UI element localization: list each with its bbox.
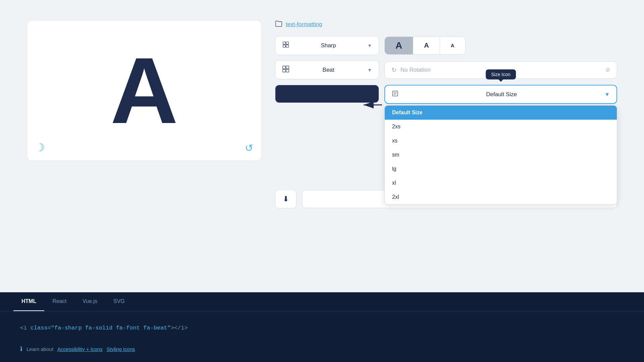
- size-small-button[interactable]: A: [440, 37, 465, 54]
- arrow-pointer: [360, 98, 384, 113]
- svg-rect-3: [286, 45, 288, 47]
- code-content: <i class="fa-sharp fa-solid fa-font fa-b…: [0, 311, 644, 341]
- animation-dropdown-arrow: ▼: [367, 67, 372, 73]
- animation-row: Beat ▼ ↻ No Rotation ⊘: [275, 60, 617, 79]
- size-dropdown-label: Default Size: [402, 91, 600, 98]
- svg-rect-2: [283, 45, 285, 47]
- tab-vuejs[interactable]: Vue.js: [74, 292, 105, 311]
- theme-toggle-icon[interactable]: ☽: [35, 141, 45, 154]
- breadcrumb-link[interactable]: text-formatting: [286, 21, 322, 28]
- style-icon: [282, 41, 289, 50]
- svg-rect-5: [286, 66, 289, 69]
- size-icon: [392, 90, 398, 99]
- tab-react[interactable]: React: [44, 292, 74, 311]
- refresh-icon[interactable]: ↺: [245, 142, 253, 154]
- size-toggle-group: A A A: [384, 37, 466, 55]
- size-tooltip: Size Icon: [486, 69, 516, 79]
- size-option-lg[interactable]: lg: [385, 162, 617, 176]
- size-option-default[interactable]: Default Size: [385, 106, 617, 120]
- breadcrumb: text-formatting: [275, 20, 617, 28]
- animation-dropdown[interactable]: Beat ▼: [275, 60, 379, 79]
- rotation-label: No Rotation: [400, 67, 431, 73]
- tab-html[interactable]: HTML: [13, 292, 44, 311]
- size-medium-button[interactable]: A: [413, 37, 440, 54]
- size-option-xl[interactable]: xl: [385, 176, 617, 190]
- svg-rect-1: [286, 42, 288, 44]
- size-dropdown-list: Default Size 2xs xs sm lg xl 2xl: [384, 105, 617, 204]
- download-button[interactable]: ⬇: [275, 190, 297, 208]
- size-option-sm[interactable]: sm: [385, 148, 617, 162]
- style-dropdown[interactable]: Sharp ▼: [275, 36, 379, 55]
- color-size-row: Size Icon: [275, 85, 617, 104]
- animation-icon: [282, 65, 289, 74]
- rotation-icon: ↻: [391, 66, 396, 74]
- size-dropdown-container: Size Icon: [384, 85, 617, 104]
- svg-rect-0: [283, 42, 285, 44]
- code-class-attr: class=: [31, 325, 51, 331]
- style-dropdown-arrow: ▼: [367, 43, 372, 48]
- svg-rect-6: [283, 69, 285, 72]
- preview-icon-display: A: [110, 44, 178, 137]
- tab-svg[interactable]: SVG: [105, 292, 133, 311]
- icon-preview-panel: A ☽ ↺: [27, 20, 262, 161]
- accessibility-link[interactable]: Accessibility + Icons: [57, 346, 103, 352]
- code-tabs: HTML React Vue.js SVG: [0, 292, 644, 311]
- footer-text: Learn about: [26, 346, 53, 352]
- styling-link[interactable]: Styling Icons: [107, 346, 135, 352]
- style-row: Sharp ▼ A A A: [275, 36, 617, 55]
- code-panel: HTML React Vue.js SVG <i class="fa-sharp…: [0, 292, 644, 362]
- controls-panel: text-formatting Sharp ▼ A A A: [275, 20, 617, 214]
- style-dropdown-label: Sharp: [293, 42, 363, 49]
- size-option-2xs[interactable]: 2xs: [385, 120, 617, 134]
- download-icon: ⬇: [283, 195, 289, 203]
- svg-rect-7: [286, 69, 289, 72]
- size-large-button[interactable]: A: [385, 37, 413, 54]
- animation-dropdown-label: Beat: [293, 67, 363, 73]
- size-dropdown-button[interactable]: Default Size ▼: [384, 85, 617, 104]
- code-tag-open: <i: [20, 325, 31, 331]
- code-footer: ℹ Learn about Accessibility + Icons Styl…: [0, 341, 644, 362]
- size-option-2xl[interactable]: 2xl: [385, 190, 617, 204]
- info-icon: ℹ: [20, 345, 22, 353]
- size-dropdown-arrow: ▼: [604, 92, 610, 98]
- size-option-xs[interactable]: xs: [385, 134, 617, 148]
- rotation-cancel-icon: ⊘: [605, 66, 610, 73]
- folder-icon: [275, 20, 282, 28]
- svg-rect-4: [283, 66, 285, 69]
